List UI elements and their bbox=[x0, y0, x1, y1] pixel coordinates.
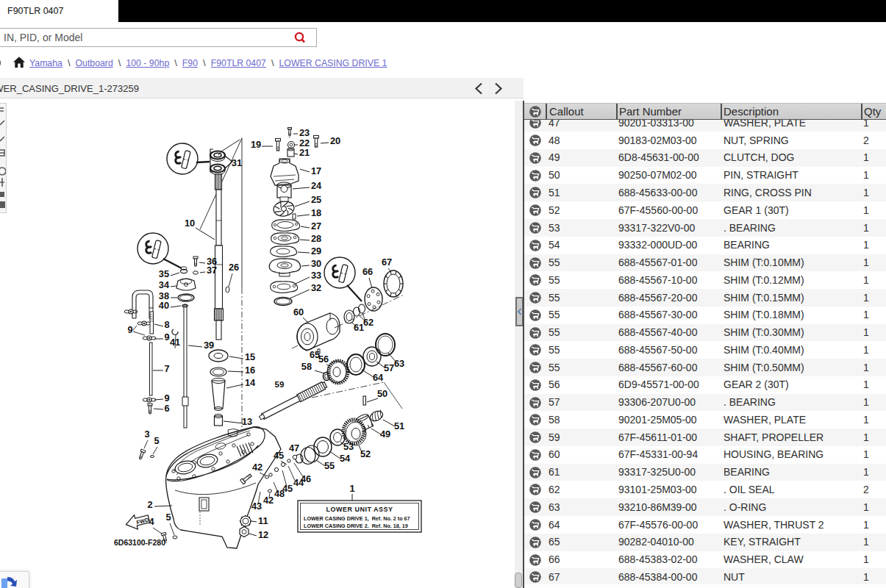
svg-text:49: 49 bbox=[380, 429, 390, 440]
svg-text:LOWER CASING DRIVE 1, Ref. No: LOWER CASING DRIVE 1, Ref. No. 2 to 67 bbox=[304, 515, 410, 522]
svg-text:44: 44 bbox=[293, 477, 304, 488]
svg-text:23: 23 bbox=[299, 127, 310, 138]
svg-text:3: 3 bbox=[144, 429, 149, 440]
svg-text:60: 60 bbox=[293, 306, 304, 318]
svg-text:9: 9 bbox=[164, 392, 169, 404]
svg-text:6D63100-F280: 6D63100-F280 bbox=[114, 538, 165, 547]
svg-text:47: 47 bbox=[289, 442, 299, 453]
svg-text:34: 34 bbox=[159, 279, 170, 290]
svg-text:52: 52 bbox=[360, 448, 371, 459]
svg-text:11: 11 bbox=[258, 515, 268, 526]
svg-text:21: 21 bbox=[299, 147, 310, 158]
svg-text:19: 19 bbox=[251, 139, 261, 150]
svg-text:5: 5 bbox=[165, 512, 171, 523]
svg-text:20: 20 bbox=[330, 135, 340, 146]
svg-text:64: 64 bbox=[373, 372, 384, 383]
svg-text:1: 1 bbox=[349, 483, 354, 494]
svg-text:65: 65 bbox=[310, 349, 320, 360]
svg-text:9: 9 bbox=[164, 331, 169, 343]
svg-text:63: 63 bbox=[394, 358, 404, 369]
svg-text:7: 7 bbox=[164, 363, 169, 374]
svg-text:43: 43 bbox=[251, 501, 262, 512]
svg-text:40: 40 bbox=[159, 300, 169, 311]
svg-text:53: 53 bbox=[343, 441, 354, 452]
svg-text:51: 51 bbox=[394, 420, 404, 431]
svg-text:24: 24 bbox=[311, 180, 322, 191]
svg-text:57: 57 bbox=[384, 362, 394, 373]
svg-text:31: 31 bbox=[232, 157, 242, 168]
svg-text:42: 42 bbox=[263, 495, 274, 506]
svg-text:10: 10 bbox=[185, 218, 195, 229]
svg-text:67: 67 bbox=[382, 257, 392, 268]
svg-text:50: 50 bbox=[377, 388, 387, 399]
svg-text:LOWER UNIT ASSY: LOWER UNIT ASSY bbox=[326, 506, 393, 513]
svg-text:6: 6 bbox=[164, 403, 169, 414]
svg-text:66: 66 bbox=[362, 266, 373, 277]
svg-text:59: 59 bbox=[275, 380, 285, 389]
svg-text:39: 39 bbox=[204, 340, 214, 351]
svg-text:27: 27 bbox=[311, 220, 321, 232]
svg-text:48: 48 bbox=[274, 488, 285, 499]
svg-text:54: 54 bbox=[340, 453, 351, 464]
svg-text:25: 25 bbox=[311, 194, 321, 205]
svg-text:18: 18 bbox=[311, 207, 321, 218]
svg-text:12: 12 bbox=[258, 529, 268, 540]
svg-text:33: 33 bbox=[311, 270, 321, 281]
svg-text:45: 45 bbox=[274, 450, 284, 461]
svg-text:16: 16 bbox=[245, 365, 255, 376]
svg-text:LOWER CASING DRIVE 2. Ref. No: LOWER CASING DRIVE 2. Ref. No. 18, 19 bbox=[304, 523, 408, 529]
svg-text:30: 30 bbox=[311, 258, 321, 269]
svg-text:2: 2 bbox=[147, 499, 152, 510]
svg-text:35: 35 bbox=[159, 268, 169, 279]
svg-text:15: 15 bbox=[245, 351, 255, 362]
svg-text:8: 8 bbox=[164, 319, 169, 330]
svg-text:32: 32 bbox=[311, 282, 321, 293]
svg-text:58: 58 bbox=[301, 361, 312, 372]
svg-text:13: 13 bbox=[242, 416, 252, 427]
svg-text:9: 9 bbox=[127, 324, 132, 335]
svg-text:28: 28 bbox=[311, 233, 321, 244]
svg-text:26: 26 bbox=[229, 262, 239, 273]
svg-text:55: 55 bbox=[324, 460, 335, 471]
svg-text:42: 42 bbox=[252, 462, 262, 473]
svg-text:17: 17 bbox=[311, 165, 321, 176]
svg-text:37: 37 bbox=[207, 265, 217, 276]
svg-text:29: 29 bbox=[311, 245, 321, 257]
svg-text:5: 5 bbox=[154, 435, 159, 446]
svg-text:14: 14 bbox=[245, 377, 256, 388]
